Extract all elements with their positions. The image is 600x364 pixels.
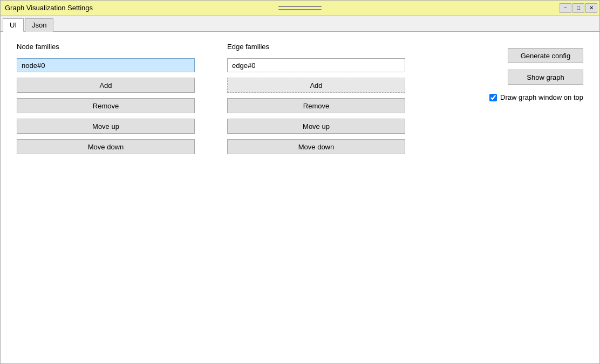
generate-config-button[interactable]: Generate config (508, 48, 583, 63)
tab-json-label: Json (32, 21, 46, 29)
tab-ui-label: UI (10, 21, 17, 29)
draw-on-top-row: Draw graph window on top (489, 93, 583, 101)
show-graph-button[interactable]: Show graph (508, 70, 583, 85)
node-add-button[interactable]: Add (17, 78, 195, 93)
node-move-down-label: Move down (88, 143, 124, 151)
node-families-section: Node families node#0 Add Remove Move up … (17, 43, 195, 353)
edge-move-up-label: Move up (303, 122, 330, 131)
title-bar-controls: − □ ✕ (560, 3, 597, 13)
title-grip (278, 6, 322, 10)
right-panel: Generate config Show graph Draw graph wi… (489, 43, 583, 353)
node-families-title: Node families (17, 43, 195, 51)
edge-move-down-label: Move down (298, 143, 334, 151)
node-remove-button[interactable]: Remove (17, 98, 195, 113)
show-graph-label: Show graph (527, 73, 564, 81)
node-move-up-button[interactable]: Move up (17, 119, 195, 134)
maximize-button[interactable]: □ (572, 3, 584, 13)
edge-remove-button[interactable]: Remove (227, 98, 405, 113)
edge-families-title: Edge families (227, 43, 405, 51)
title-bar: Graph Visualization Settings − □ ✕ (1, 1, 599, 16)
node-add-label: Add (99, 81, 112, 90)
minimize-button[interactable]: − (560, 3, 571, 13)
edge-item-text: edge#0 (232, 61, 255, 70)
close-button[interactable]: ✕ (585, 3, 597, 13)
edge-add-button[interactable]: Add (227, 78, 405, 93)
tab-json[interactable]: Json (25, 18, 53, 32)
draw-on-top-checkbox[interactable] (489, 94, 497, 101)
edge-move-down-button[interactable]: Move down (227, 139, 405, 154)
edge-move-up-button[interactable]: Move up (227, 119, 405, 134)
tab-bar: UI Json (1, 16, 599, 32)
window-title: Graph Visualization Settings (5, 4, 93, 12)
main-window: Graph Visualization Settings − □ ✕ UI Js… (0, 0, 600, 364)
node-move-up-label: Move up (92, 122, 119, 131)
draw-on-top-label: Draw graph window on top (500, 93, 583, 101)
columns-area: Node families node#0 Add Remove Move up … (17, 43, 457, 353)
generate-config-label: Generate config (521, 52, 571, 60)
edge-remove-label: Remove (303, 102, 329, 110)
edge-families-section: Edge families edge#0 Add Remove Move up … (227, 43, 405, 353)
edge-list-item[interactable]: edge#0 (227, 58, 405, 72)
node-list-item[interactable]: node#0 (17, 58, 195, 72)
tab-ui[interactable]: UI (3, 18, 24, 32)
edge-add-label: Add (310, 81, 322, 90)
content-area: Node families node#0 Add Remove Move up … (1, 32, 599, 363)
node-remove-label: Remove (93, 102, 119, 110)
node-item-text: node#0 (22, 61, 45, 70)
node-move-down-button[interactable]: Move down (17, 139, 195, 154)
